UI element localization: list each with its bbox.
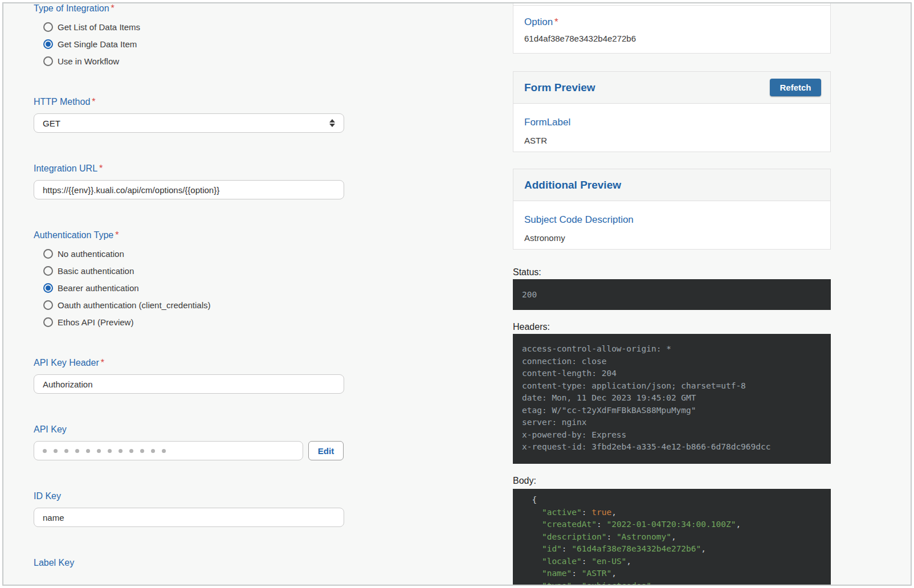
required-asterisk: * — [115, 230, 119, 240]
masked-char-dot — [119, 449, 123, 453]
json-code-line: { — [522, 494, 822, 507]
label-text: Authentication Type — [34, 230, 113, 240]
form-preview-panel: Form Preview Refetch FormLabel ASTR — [513, 71, 831, 152]
code-line: x-powered-by: Express — [522, 429, 822, 442]
label-key-label: Label Key — [34, 558, 344, 567]
label-text: API Key — [34, 424, 67, 434]
required-asterisk: * — [111, 3, 115, 13]
option-label: Option* — [524, 17, 819, 27]
masked-char-dot — [108, 449, 112, 453]
status-code-block: 200 — [513, 279, 831, 310]
label-text: ID Key — [34, 491, 61, 501]
radio-option[interactable]: Get Single Data Item — [34, 35, 344, 52]
field-type-of-integration: Type of Integration* Get List of Data It… — [34, 3, 344, 70]
radio-icon — [43, 22, 53, 32]
masked-char-dot — [64, 449, 68, 453]
code-line: content-type: application/json; charset=… — [522, 380, 822, 393]
code-line: content-length: 204 — [522, 368, 822, 380]
option-field: Option* 61d4af38e78e3432b4e272b6 — [513, 6, 830, 53]
http-method-select[interactable]: GET — [34, 113, 344, 133]
radio-option-label: Get Single Data Item — [58, 39, 137, 49]
status-label: Status: — [513, 267, 831, 277]
required-asterisk: * — [101, 358, 104, 368]
radio-icon — [43, 300, 53, 310]
body-label: Body: — [513, 476, 831, 485]
additional-preview-title: Additional Preview — [524, 179, 621, 191]
api-key-header-label: API Key Header* — [34, 358, 344, 368]
required-asterisk: * — [554, 17, 558, 27]
subject-code-description-label: Subject Code Description — [524, 215, 819, 224]
field-label-key: Label Key — [34, 558, 344, 567]
refetch-button[interactable]: Refetch — [770, 79, 821, 96]
radio-option[interactable]: Use in Workflow — [34, 52, 344, 70]
headers-label: Headers: — [513, 322, 831, 332]
edit-api-key-button[interactable]: Edit — [308, 441, 344, 460]
radio-option[interactable]: No authentication — [34, 245, 344, 262]
masked-char-dot — [97, 449, 101, 453]
radio-option[interactable]: Get List of Data Items — [34, 18, 344, 35]
json-code-line: "createdAt": "2022-01-04T20:34:00.100Z", — [522, 518, 822, 531]
additional-preview-panel: Additional Preview Subject Code Descript… — [513, 169, 831, 250]
json-code-line: "active": true, — [522, 507, 822, 519]
radio-icon — [43, 283, 53, 293]
api-key-header-input[interactable] — [34, 374, 344, 394]
radio-option-label: Oauth authentication (client_credentials… — [58, 300, 211, 310]
form-preview-title: Form Preview — [524, 81, 595, 94]
id-key-input[interactable] — [34, 508, 344, 527]
integration-url-label: Integration URL* — [34, 164, 344, 173]
masked-char-dot — [54, 449, 58, 453]
http-method-label: HTTP Method* — [34, 97, 344, 107]
code-line: date: Mon, 11 Dec 2023 19:45:02 GMT — [522, 392, 822, 405]
field-api-key: API Key Edit — [34, 424, 344, 460]
field-authentication-type: Authentication Type* No authenticationBa… — [34, 230, 344, 330]
status-value: 200 — [522, 290, 537, 299]
form-label-field-label: FormLabel — [524, 117, 819, 127]
code-line: access-control-allow-origin: * — [522, 343, 822, 356]
radio-icon — [43, 249, 53, 259]
required-asterisk: * — [92, 97, 95, 107]
radio-option-label: No authentication — [58, 249, 124, 259]
subject-code-description-value: Astronomy — [524, 233, 819, 243]
radio-option[interactable]: Basic authentication — [34, 262, 344, 279]
api-key-masked-input[interactable] — [34, 441, 303, 460]
json-code-line: "name": "ASTR", — [522, 567, 822, 580]
field-integration-url: Integration URL* — [34, 164, 344, 199]
authentication-type-radio-group: No authenticationBasic authenticationBea… — [34, 245, 344, 330]
masked-char-dot — [151, 449, 155, 453]
required-asterisk: * — [99, 164, 103, 173]
radio-option[interactable]: Ethos API (Preview) — [34, 313, 344, 330]
label-text: API Key Header — [34, 358, 99, 368]
http-method-value: GET — [43, 119, 60, 128]
json-code-line: "description": "Astronomy", — [522, 531, 822, 544]
label-text: HTTP Method — [34, 97, 90, 107]
radio-icon — [43, 39, 53, 49]
radio-icon — [43, 266, 53, 276]
api-key-row: Edit — [34, 441, 344, 460]
additional-preview-header: Additional Preview — [513, 169, 830, 201]
type-of-integration-label: Type of Integration* — [34, 3, 344, 13]
select-updown-icon — [329, 119, 335, 127]
json-code-line: "locale": "en-US", — [522, 556, 822, 568]
form-preview-header: Form Preview Refetch — [513, 72, 830, 104]
page-frame: Type of Integration* Get List of Data It… — [2, 2, 912, 586]
label-text: Option — [524, 17, 553, 27]
code-line: server: nginx — [522, 416, 822, 429]
headers-code-block: access-control-allow-origin: *connection… — [513, 334, 831, 464]
masked-char-dot — [162, 449, 166, 453]
radio-option[interactable]: Bearer authentication — [34, 279, 344, 296]
masked-char-dot — [75, 449, 79, 453]
integration-url-input[interactable] — [34, 180, 344, 199]
radio-option[interactable]: Oauth authentication (client_credentials… — [34, 296, 344, 313]
masked-char-dot — [43, 449, 47, 453]
preview-panel: Option* 61d4af38e78e3432b4e272b6 Form Pr… — [513, 3, 831, 586]
radio-option-label: Basic authentication — [58, 266, 134, 276]
label-text: Integration URL — [34, 164, 97, 173]
radio-option-label: Bearer authentication — [58, 283, 139, 293]
code-line: connection: close — [522, 356, 822, 368]
option-value: 61d4af38e78e3432b4e272b6 — [524, 34, 819, 43]
field-id-key: ID Key — [34, 491, 344, 527]
authentication-type-label: Authentication Type* — [34, 230, 344, 240]
masked-char-dot — [86, 449, 90, 453]
radio-option-label: Get List of Data Items — [58, 22, 140, 32]
integration-settings-page: Type of Integration* Get List of Data It… — [3, 3, 911, 585]
